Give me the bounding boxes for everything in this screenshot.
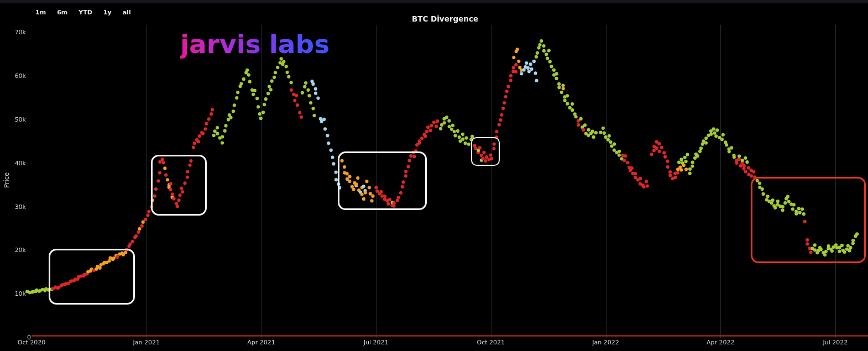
- x-tick-label: Jul 2022: [823, 339, 848, 346]
- btc-divergence-chart-app: 1m6mYTD1yall BTC Divergence jarvis labs …: [0, 0, 868, 351]
- range-button-1m[interactable]: 1m: [35, 9, 46, 17]
- x-tick-label: Apr 2021: [247, 339, 275, 346]
- y-tick-label: 10k: [4, 290, 26, 297]
- x-tick-label: Oct 2021: [477, 339, 505, 346]
- range-button-all[interactable]: all: [123, 9, 131, 17]
- y-tick-label: 20k: [4, 247, 26, 254]
- y-tick-label: 0: [9, 334, 31, 341]
- time-range-selector: 1m6mYTD1yall: [35, 9, 131, 17]
- x-tick-label: Jan 2021: [133, 339, 159, 346]
- highlight-box-2: [151, 155, 207, 216]
- range-button-ytd[interactable]: YTD: [79, 9, 92, 17]
- x-tick-label: Apr 2022: [707, 339, 735, 346]
- range-button-1y[interactable]: 1y: [103, 9, 112, 17]
- x-tick-label: Jul 2021: [364, 339, 389, 346]
- y-tick-label: 60k: [4, 72, 26, 80]
- highlight-box-3: [338, 151, 427, 210]
- y-tick-label: 70k: [4, 29, 26, 36]
- y-tick-label: 30k: [4, 203, 26, 211]
- highlight-box-4: [471, 137, 500, 166]
- chart-title: BTC Divergence: [412, 14, 478, 23]
- range-button-6m[interactable]: 6m: [57, 9, 67, 17]
- y-axis-label: Price: [3, 172, 11, 188]
- highlight-box-5: [751, 177, 866, 263]
- x-tick-label: Jan 2022: [592, 339, 619, 346]
- highlight-box-1: [49, 249, 135, 305]
- y-tick-label: 40k: [4, 160, 26, 167]
- y-tick-label: 50k: [4, 116, 26, 123]
